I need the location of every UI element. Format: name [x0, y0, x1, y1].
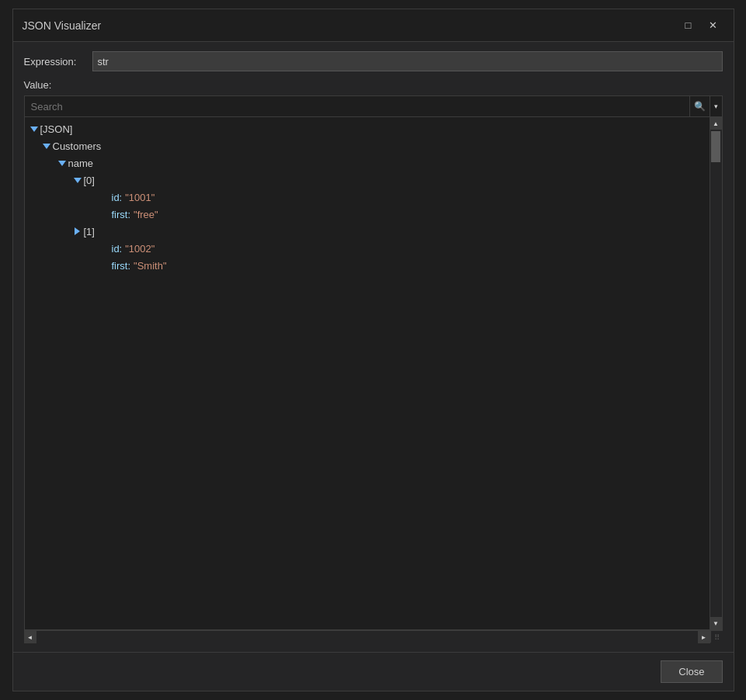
scrollbar-x[interactable] [36, 631, 698, 643]
close-button[interactable]: Close [661, 660, 722, 683]
customers-label: Customers [53, 140, 102, 152]
tree-node-item0[interactable]: [0] [25, 172, 710, 189]
item0-id-val: "1001" [125, 192, 154, 203]
tree-node-customers[interactable]: Customers [25, 137, 710, 154]
title-bar: JSON Visualizer □ ✕ [13, 9, 734, 42]
expression-input[interactable] [92, 51, 723, 71]
item1-id-key: id: [112, 243, 123, 255]
expand-json-icon[interactable] [28, 123, 40, 135]
scroll-right-button[interactable]: ► [698, 631, 710, 643]
item1-label: [1] [84, 226, 95, 237]
tree-node-item0-first: first: "free" [25, 206, 710, 223]
json-root-label: [JSON] [40, 123, 73, 135]
item0-label: [0] [84, 175, 95, 186]
vertical-scrollbar: ▲ ▼ [710, 117, 722, 629]
corner-block: ⠿ [710, 631, 723, 643]
chevron-down-icon: ▾ [714, 102, 718, 110]
maximize-button[interactable]: □ [678, 17, 699, 34]
scroll-down-button[interactable]: ▼ [710, 617, 722, 629]
tree-node-json-root[interactable]: [JSON] [25, 120, 710, 137]
scroll-track-y[interactable] [710, 130, 722, 617]
footer: Close [13, 652, 734, 691]
scroll-left-button[interactable]: ◄ [24, 631, 36, 643]
expand-item0-icon[interactable] [71, 174, 84, 186]
item0-id-key: id: [112, 192, 123, 203]
expression-row: Expression: [24, 51, 723, 71]
tree-node-item1-id: id: "1002" [25, 240, 710, 257]
item1-first-val: "Smith" [134, 260, 166, 272]
search-input[interactable] [25, 98, 689, 116]
title-buttons: □ ✕ [678, 17, 724, 34]
item0-first-val: "free" [134, 209, 158, 220]
horizontal-scrollbar-row: ◄ ► ⠿ [24, 630, 723, 643]
search-icon: 🔍 [694, 101, 706, 112]
scroll-down-icon: ▼ [713, 620, 719, 627]
item1-first-key: first: [112, 260, 131, 272]
item0-first-key: first: [112, 209, 131, 220]
scroll-up-icon: ▲ [713, 120, 719, 127]
expand-item1-icon[interactable] [71, 225, 84, 237]
scroll-left-icon: ◄ [27, 634, 33, 641]
tree-container: [JSON] Customers name [24, 117, 723, 630]
close-window-icon: ✕ [709, 19, 717, 31]
tree-node-item1[interactable]: [1] [25, 223, 710, 240]
name-label: name [68, 158, 94, 169]
tree-scroll-area[interactable]: [JSON] Customers name [25, 117, 710, 629]
scroll-up-button[interactable]: ▲ [710, 117, 722, 130]
scroll-right-icon: ► [701, 634, 707, 641]
dialog-content: Expression: Value: 🔍 ▾ [JSON [13, 42, 734, 652]
expand-name-icon[interactable] [56, 157, 68, 169]
search-button[interactable]: 🔍 [689, 96, 710, 116]
tree-node-item1-first: first: "Smith" [25, 257, 710, 274]
search-dropdown-button[interactable]: ▾ [710, 96, 722, 116]
tree-node-item0-id: id: "1001" [25, 189, 710, 206]
search-row: 🔍 ▾ [24, 95, 723, 117]
value-label: Value: [24, 79, 723, 91]
expression-label: Expression: [24, 56, 86, 68]
tree-node-name[interactable]: name [25, 154, 710, 172]
json-visualizer-dialog: JSON Visualizer □ ✕ Expression: Value: 🔍 [12, 9, 734, 691]
expand-customers-icon[interactable] [40, 140, 53, 152]
dialog-title: JSON Visualizer [23, 19, 102, 32]
item1-id-val: "1002" [125, 243, 154, 255]
close-window-button[interactable]: ✕ [703, 17, 724, 34]
maximize-icon: □ [685, 19, 692, 31]
scroll-thumb-y[interactable] [711, 131, 720, 162]
